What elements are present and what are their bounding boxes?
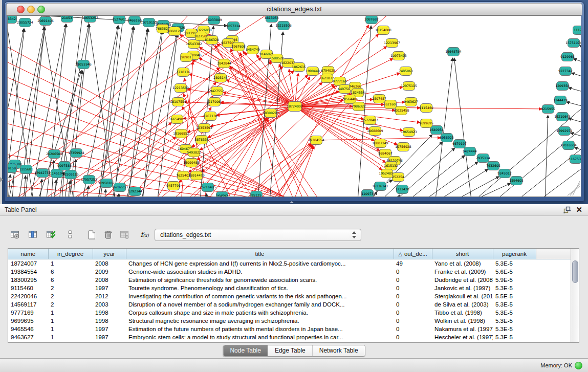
network-node[interactable]: 2718176 bbox=[176, 68, 190, 77]
network-node[interactable]: 10973493 bbox=[390, 52, 407, 60]
network-node[interactable]: 12975115 bbox=[401, 82, 417, 91]
row-height-button[interactable] bbox=[63, 228, 77, 241]
network-node[interactable]: 1527602 bbox=[112, 16, 126, 24]
network-node[interactable]: 9457791 bbox=[166, 182, 181, 190]
table-cell[interactable]: Disruption of a novel member of a sodium… bbox=[126, 300, 394, 309]
table-cell[interactable]: Yano et al. (2008) bbox=[432, 259, 493, 268]
table-cell[interactable]: Nakamura et al. (1997) bbox=[432, 325, 493, 333]
network-node[interactable]: 17359924 bbox=[68, 149, 84, 158]
table-cell[interactable]: Embryonic stem cells: a model to study s… bbox=[126, 333, 394, 341]
network-view-window[interactable]: citations_edges.txt 18342230557242069140… bbox=[4, 2, 584, 202]
network-node[interactable]: 19756928 bbox=[395, 143, 411, 151]
table-cell[interactable]: 49 bbox=[394, 259, 432, 268]
table-cell[interactable]: 2008 bbox=[93, 276, 126, 284]
network-node[interactable]: 2803144 bbox=[213, 74, 228, 82]
network-node[interactable]: 6679197 bbox=[452, 140, 467, 148]
table-cell[interactable]: Corpus callosum shape and size in male p… bbox=[126, 309, 394, 317]
network-node[interactable]: 62160 bbox=[385, 100, 397, 109]
column-header-out_de[interactable]: △out_de... bbox=[394, 249, 432, 259]
network-node[interactable]: 9227342 bbox=[558, 67, 573, 76]
table-row[interactable]: 977716911998Corpus callosum shape and si… bbox=[8, 309, 571, 317]
table-cell[interactable]: 0 bbox=[394, 292, 432, 300]
table-cell[interactable]: 9115460 bbox=[8, 284, 48, 292]
table-cell[interactable]: 1998 bbox=[93, 317, 126, 325]
table-cell[interactable]: 1997 bbox=[93, 333, 126, 341]
network-node[interactable]: 16782753 bbox=[112, 183, 128, 192]
table-cell[interactable]: 5.3E-5 bbox=[493, 259, 536, 268]
close-icon[interactable]: ✕ bbox=[576, 205, 582, 215]
table-cell[interactable]: 0 bbox=[394, 276, 432, 284]
network-node[interactable]: 16648784 bbox=[445, 48, 462, 56]
select-columns-button[interactable] bbox=[44, 228, 57, 241]
create-table-button[interactable] bbox=[85, 228, 98, 241]
table-cell[interactable]: 9699695 bbox=[8, 317, 48, 325]
table-cell[interactable]: 0 bbox=[394, 268, 432, 276]
table-cell[interactable]: 1997 bbox=[93, 284, 126, 292]
table-vertical-scrollbar[interactable] bbox=[571, 249, 579, 342]
table-cell[interactable]: Hescheler et al. (1997) bbox=[432, 333, 493, 341]
table-cell[interactable]: 2008 bbox=[93, 259, 126, 268]
column-header-name[interactable]: name bbox=[8, 249, 48, 259]
column-header-pagerank[interactable]: pagerank bbox=[493, 249, 536, 259]
network-node[interactable]: 2967608 bbox=[231, 42, 246, 51]
table-row[interactable]: 1872400712008Changes of HCN gene express… bbox=[8, 259, 571, 268]
network-node[interactable]: 9474444 bbox=[463, 147, 477, 156]
table-row[interactable]: 946362711997Embryonic stem cells: a mode… bbox=[8, 333, 571, 341]
network-node[interactable]: 10688609 bbox=[367, 127, 383, 136]
network-node[interactable]: 1621072 bbox=[320, 74, 334, 83]
table-cell[interactable]: 0 bbox=[394, 333, 432, 341]
network-node[interactable]: 9427552 bbox=[210, 87, 224, 96]
network-node-hub[interactable]: 18724007 bbox=[287, 102, 303, 112]
table-cell[interactable]: Tourette syndrome. Phenomenology and cla… bbox=[126, 284, 394, 292]
table-cell[interactable]: 2003 bbox=[93, 300, 126, 309]
network-node[interactable]: 2087682 bbox=[364, 16, 379, 24]
network-node[interactable]: 10653257 bbox=[82, 16, 98, 23]
network-node[interactable]: 15992971 bbox=[556, 127, 573, 136]
table-row[interactable]: 2242004622012Investigating the contribut… bbox=[8, 292, 571, 300]
table-cell[interactable]: Jankovic et al. (1997) bbox=[432, 284, 493, 292]
network-node[interactable]: 18807249 bbox=[372, 139, 388, 148]
network-node[interactable]: 15720407 bbox=[362, 116, 378, 125]
network-node[interactable]: 9215955 bbox=[541, 105, 555, 114]
table-cell[interactable]: 1 bbox=[48, 309, 93, 317]
network-node[interactable]: 1209358 bbox=[555, 82, 570, 91]
network-node[interactable]: 1990448 bbox=[306, 67, 320, 76]
network-node[interactable]: 16543382 bbox=[186, 40, 202, 49]
table-cell[interactable]: 5.5E-5 bbox=[493, 292, 536, 300]
network-node[interactable]: 1807487 bbox=[372, 95, 386, 103]
network-node[interactable]: 164592 bbox=[216, 192, 228, 197]
table-selector-dropdown[interactable]: citations_edges.txt bbox=[155, 229, 361, 241]
network-node[interactable]: 1145194 bbox=[50, 169, 64, 178]
network-node[interactable]: 10025458 bbox=[393, 106, 409, 115]
table-cell[interactable]: Estimation of significance thresholds fo… bbox=[126, 276, 394, 284]
network-node[interactable]: 9115460 bbox=[419, 104, 433, 113]
node-table-grid[interactable]: namein_degreeyeartitle△out_de...shortpag… bbox=[8, 249, 571, 341]
network-node[interactable]: 17957253 bbox=[81, 176, 97, 184]
network-node[interactable]: 16033809 bbox=[206, 16, 222, 25]
tab-network-table[interactable]: Network Table bbox=[312, 345, 365, 356]
table-cell[interactable]: Investigating the contribution of common… bbox=[126, 292, 394, 300]
tab-edge-table[interactable]: Edge Table bbox=[268, 345, 312, 356]
network-node[interactable]: 95125 bbox=[251, 191, 263, 197]
network-node[interactable]: 21053 bbox=[61, 16, 73, 23]
column-header-year[interactable]: year bbox=[93, 249, 126, 259]
function-builder-button[interactable]: f(x) bbox=[138, 228, 151, 241]
table-cell[interactable]: 0 bbox=[394, 284, 432, 292]
table-cell[interactable]: 5.3E-5 bbox=[493, 309, 536, 317]
column-header-in_degree[interactable]: in_degree bbox=[48, 249, 93, 259]
table-cell[interactable]: 9463627 bbox=[8, 333, 48, 341]
table-row[interactable]: 1830029562008Estimation of significance … bbox=[8, 276, 571, 284]
network-node[interactable]: 1115681 bbox=[19, 165, 33, 174]
table-row[interactable]: 946554611997Estimation of the future num… bbox=[8, 325, 571, 333]
table-cell[interactable]: Genome-wide association studies in ADHD. bbox=[126, 268, 394, 276]
table-cell[interactable]: 18300295 bbox=[8, 276, 48, 284]
table-cell[interactable]: 0 bbox=[394, 300, 432, 309]
table-cell[interactable]: Stergiakouli et al. (2012) bbox=[432, 292, 493, 300]
network-node[interactable]: 9463627 bbox=[404, 98, 418, 106]
network-node[interactable]: 16210643 bbox=[554, 113, 571, 121]
table-row[interactable]: 911546021997Tourette syndrome. Phenomeno… bbox=[8, 284, 571, 292]
table-cell[interactable]: 9465546 bbox=[8, 325, 48, 333]
table-cell[interactable]: 18724007 bbox=[8, 259, 48, 268]
table-cell[interactable]: Dudbridge et al. (2008) bbox=[432, 276, 493, 284]
network-node[interactable]: 13942737 bbox=[34, 169, 51, 178]
